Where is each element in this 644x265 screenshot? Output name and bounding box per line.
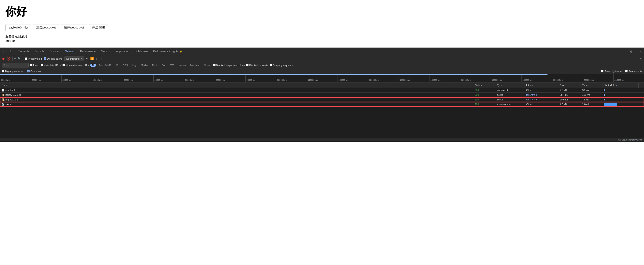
gear-icon[interactable]: ⚙ (640, 57, 642, 60)
big-rows-text: Big request rows (5, 70, 24, 73)
upload-icon[interactable]: ⬆ (96, 57, 98, 60)
td-name-1: 📜 jquery-3.7.1.js (0, 93, 473, 97)
record-btn[interactable]: ⏺ (2, 57, 5, 61)
th-name[interactable]: Name (0, 83, 473, 88)
type-btn-js[interactable]: JS (114, 64, 120, 67)
timeline-area: 10000 ms 20000 ms 30000 ms 40000 ms 5000… (0, 74, 644, 83)
group-by-frame-text: Group by frame (604, 70, 622, 73)
th-waterfall[interactable]: Waterfall ▲ (603, 83, 639, 88)
type-btn-css[interactable]: CSS (121, 64, 130, 67)
group-by-frame-checkbox[interactable] (601, 70, 604, 72)
initiator-link-1[interactable]: test.html:5 (526, 94, 538, 96)
th-status[interactable]: Status (473, 83, 495, 88)
blocked-requests-checkbox[interactable] (246, 64, 248, 66)
tab-performance[interactable]: Performance (78, 48, 98, 55)
open-sse-btn[interactable]: 开启 SSE (89, 24, 108, 31)
tick-16: 160000 ms (460, 74, 490, 82)
table-row[interactable]: 📄 test.html 200 document Other 2.3 kB 38… (0, 88, 644, 93)
invert-checkbox[interactable] (30, 64, 32, 66)
tick-11: 110000 ms (307, 74, 338, 82)
type-btn-media[interactable]: Media (139, 64, 149, 67)
overview-label[interactable]: Overview (27, 70, 41, 73)
devtools-right-icons: ⚙ ⋮ ✕ (630, 50, 642, 53)
table-row[interactable]: 📡 stock 200 eventsource Other 4.6 kB 2.8… (0, 102, 644, 107)
type-btn-fetch[interactable]: Fetch/XHR (98, 64, 113, 67)
big-rows-label[interactable]: Big request rows (2, 70, 24, 73)
table-row[interactable]: 📜 mqttws31.js 200 script test.html:6 20.… (0, 97, 644, 102)
type-btn-wasm[interactable]: Wasm (177, 64, 188, 67)
td-type-0: document (495, 88, 524, 92)
table-row[interactable]: 📜 jquery-3.7.1.js 200 script test.html:5… (0, 93, 644, 97)
filter-input[interactable] (2, 63, 29, 68)
tab-performance-insights[interactable]: Performance insights ⚡ (150, 48, 185, 55)
say-hello-btn[interactable]: sayHello(本地) (5, 24, 31, 31)
group-by-frame-label[interactable]: Group by frame (601, 70, 622, 73)
td-waterfall-3 (603, 102, 639, 107)
wifi-icon[interactable]: 📶 (90, 57, 94, 60)
hide-data-urls-checkbox[interactable] (41, 64, 43, 66)
disconnect-ws-btn[interactable]: 断开websocket (61, 24, 87, 31)
disable-cache-label[interactable]: Disable cache (44, 57, 62, 60)
type-btn-manifest[interactable]: Manifest (188, 64, 201, 67)
type-btn-img[interactable]: Img (131, 64, 138, 67)
td-time-3: 2.8 min (580, 102, 603, 107)
screenshots-checkbox[interactable] (625, 70, 628, 72)
big-rows-checkbox[interactable] (2, 70, 4, 72)
third-party-label[interactable]: 3rd-party requests (270, 64, 293, 67)
preserve-log-label[interactable]: Preserve log (25, 57, 42, 60)
throttle-select[interactable]: No throttling (64, 57, 84, 61)
filter-btn[interactable]: ▾ (14, 57, 16, 60)
third-party-checkbox[interactable] (270, 64, 272, 66)
more-icon[interactable]: ⋮ (634, 50, 638, 53)
disable-cache-checkbox[interactable] (44, 57, 46, 60)
search-btn[interactable]: 🔍 (18, 57, 21, 60)
td-status-1: 200 (473, 93, 495, 97)
waterfall-bar-3 (604, 103, 617, 106)
th-type[interactable]: Type (495, 83, 524, 88)
td-type-1: script (495, 93, 524, 97)
tab-lighthouse[interactable]: Lighthouse (132, 48, 150, 55)
type-btn-all[interactable]: All (90, 64, 96, 67)
th-initiator[interactable]: Initiator (524, 83, 558, 88)
initiator-link-2[interactable]: test.html:6 (526, 98, 538, 101)
clear-btn[interactable]: 🚫 (7, 57, 10, 61)
tab-sources[interactable]: Sources (47, 48, 62, 55)
blocked-response-checkbox[interactable] (213, 64, 216, 66)
hide-ext-urls-checkbox[interactable] (62, 64, 65, 66)
type-btn-font[interactable]: Font (150, 64, 158, 67)
button-row: sayHello(本地) 连接websocket 断开websocket 开启 … (5, 24, 639, 31)
invert-label[interactable]: Invert (30, 64, 40, 67)
devtools-icon-grid[interactable]: ⋮⋮ (2, 50, 8, 53)
th-extra (639, 83, 644, 88)
timeline-progress (0, 74, 548, 75)
settings-icon[interactable]: ⚙ (630, 50, 633, 53)
tab-elements[interactable]: Elements (15, 48, 32, 55)
type-btn-doc[interactable]: Doc (160, 64, 168, 67)
tab-memory[interactable]: Memory (98, 48, 113, 55)
preserve-log-checkbox[interactable] (25, 57, 27, 60)
th-time[interactable]: Time (580, 83, 603, 88)
screenshots-label[interactable]: Screenshots (625, 70, 642, 73)
type-btn-ws[interactable]: WS (169, 64, 176, 67)
tab-console[interactable]: Console (32, 48, 47, 55)
hide-data-urls-text: Hide data URLs (44, 64, 61, 67)
tick-10: 100000 ms (276, 74, 307, 82)
close-icon[interactable]: ✕ (640, 50, 642, 53)
td-size-0: 2.3 kB (558, 88, 580, 92)
th-size[interactable]: Size (558, 83, 580, 88)
hide-ext-urls-label[interactable]: Hide extension URLs (62, 64, 89, 67)
type-btn-other[interactable]: Other (202, 64, 212, 67)
throttle-arrow[interactable]: ▾ (86, 57, 88, 60)
download-icon[interactable]: ⬇ (100, 57, 102, 60)
blocked-response-label[interactable]: Blocked response cookies (213, 64, 245, 67)
tab-network[interactable]: Network (62, 48, 78, 55)
overview-checkbox[interactable] (27, 70, 30, 72)
blocked-requests-label[interactable]: Blocked requests (246, 64, 268, 67)
td-extra-3 (639, 102, 644, 107)
devtools-icon-mobile[interactable]: 📱 (9, 50, 12, 53)
connect-ws-btn[interactable]: 连接websocket (33, 24, 59, 31)
tick-13: 130000 ms (368, 74, 398, 82)
hide-data-urls-label[interactable]: Hide data URLs (41, 64, 61, 67)
td-waterfall-1 (603, 93, 639, 97)
tab-application[interactable]: Application (113, 48, 132, 55)
